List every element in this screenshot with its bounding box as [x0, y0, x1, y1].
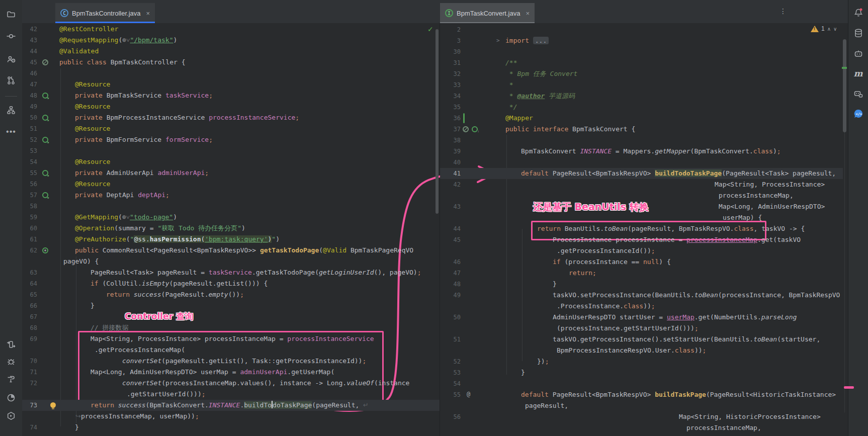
code-line: pageVO) {: [63, 256, 99, 267]
profiler-icon[interactable]: [7, 393, 16, 402]
inspections-ok-icon[interactable]: ✓: [427, 25, 433, 33]
code-line: return success(PageResult.empty());: [106, 289, 244, 300]
line-number: 43: [441, 201, 461, 212]
code-line: return success(BpmTaskConvert.INSTANCE.b…: [91, 400, 369, 411]
code-line: @GetMapping(⊕˅"todo-page"): [75, 212, 177, 223]
code-line: @Mapper: [505, 113, 533, 124]
code-line: }: [521, 367, 525, 378]
right-tool-stripe: m </>: [848, 0, 868, 436]
line-number: 73: [18, 400, 37, 411]
nobean-gutter-icon[interactable]: [42, 59, 48, 65]
code-line: @RequestMapping(⊕˅"/bpm/task"): [59, 35, 177, 46]
line-number: 50: [441, 312, 461, 323]
line-number: 69: [18, 333, 37, 344]
code-line: ↪processInstanceMap, userMap));: [75, 411, 199, 422]
code-line: }: [553, 279, 557, 290]
code-line: @Operation(summary = "获取 Todo 待办任务分页"): [75, 223, 245, 234]
implementations-gutter-icon[interactable]: [472, 126, 478, 132]
code-line: default PageResult<BpmTaskRespVO> buildT…: [521, 389, 836, 400]
line-number: 31: [441, 57, 461, 68]
no-run-gutter-icon[interactable]: [463, 126, 469, 132]
code-line: BpmProcessInstanceRespVO.User.class));: [557, 345, 706, 356]
maven-icon[interactable]: m: [854, 68, 863, 78]
line-number: 3: [441, 35, 461, 46]
line-number: 68: [18, 322, 37, 333]
line-number: 74: [18, 422, 37, 433]
bean-gutter-icon[interactable]: [42, 115, 48, 121]
bulb-gutter-icon[interactable]: [50, 402, 56, 408]
code-line: convertSet(processInstanceMap.values(), …: [122, 378, 409, 389]
code-chat-icon[interactable]: </>: [853, 109, 863, 119]
line-number: 63: [18, 267, 37, 278]
line-number: 43: [18, 35, 37, 46]
commit-icon[interactable]: [7, 32, 16, 41]
line-number: 30: [441, 46, 461, 57]
tab-bpmtaskconvert[interactable]: I BpmTaskConvert.java ×: [440, 3, 535, 23]
close-icon[interactable]: ×: [146, 10, 150, 17]
code-line: AdminUserRespDTO startUser = userMap.get…: [553, 312, 797, 323]
code-line: convertSet(pageResult.getList(), Task::g…: [122, 356, 366, 367]
more-tool-windows-icon[interactable]: •••: [6, 127, 16, 136]
line-number: 66: [18, 300, 37, 311]
database-icon[interactable]: [854, 29, 863, 38]
code-line: public CommonResult<PageResult<BpmTaskRe…: [75, 245, 413, 256]
interface-file-icon: I: [445, 9, 453, 17]
line-number: 64: [18, 278, 37, 289]
tab-bpmtaskcontroller[interactable]: C BpmTaskController.java ×: [55, 3, 155, 23]
code-line: Map<Long, AdminUserRespDTO> userMap = ad…: [91, 367, 334, 378]
line-number: 52: [441, 356, 461, 367]
vcs-change-marker: [463, 113, 465, 123]
fold-arrow-icon[interactable]: >: [496, 35, 500, 46]
ai-assistant-icon[interactable]: [853, 49, 863, 58]
mdot-gutter-icon[interactable]: [42, 247, 48, 253]
bean-gutter-icon[interactable]: [42, 192, 48, 198]
bean-gutter-icon[interactable]: [42, 170, 48, 176]
class-file-icon: C: [60, 9, 68, 17]
run-tool-icon[interactable]: [7, 340, 16, 349]
debug-icon[interactable]: [7, 357, 16, 366]
line-number: 45: [18, 57, 37, 68]
pull-requests-icon[interactable]: [7, 76, 16, 85]
notifications-icon[interactable]: [853, 8, 863, 18]
code-line: if (processInstance == null) {: [553, 256, 671, 268]
tab-title: BpmTaskController.java: [72, 10, 141, 17]
code-line: import ...: [505, 35, 549, 46]
play-icon[interactable]: [7, 411, 16, 420]
code-line: @Resource: [75, 123, 110, 134]
override-marker-icon[interactable]: @: [467, 391, 470, 398]
line-number: 51: [441, 334, 461, 345]
code-line: processInstanceMap,: [719, 190, 794, 201]
code-line: pageResult,: [525, 400, 568, 411]
scrollbar-track[interactable]: [844, 132, 845, 412]
toolbar-divider: [5, 96, 17, 97]
user-question-icon[interactable]: ?: [7, 55, 16, 64]
close-icon[interactable]: ×: [526, 10, 530, 17]
line-number: 67: [18, 311, 37, 322]
line-number: 44: [18, 46, 37, 57]
line-number: 49: [441, 290, 461, 301]
bean-gutter-icon[interactable]: [42, 93, 48, 99]
build-icon[interactable]: [7, 375, 16, 384]
line-number: 35: [441, 102, 461, 113]
code-line: // 拼接数据: [91, 322, 128, 333]
line-number: 72: [18, 378, 37, 389]
right-tab-overflow-icon[interactable]: ⋮: [779, 7, 787, 15]
project-icon[interactable]: [7, 10, 16, 19]
code-line: /**: [505, 57, 517, 68]
line-number: 46: [18, 68, 37, 79]
code-line: .getStartUserId()));: [127, 389, 206, 400]
line-number: 44: [441, 223, 461, 234]
structure-icon[interactable]: [7, 106, 16, 115]
code-line: return;: [569, 268, 596, 279]
line-number: 37: [441, 124, 461, 135]
inspections-widget[interactable]: 1 ∧ ∨: [811, 25, 837, 32]
bean-gutter-icon[interactable]: [42, 137, 48, 143]
prev-problem-icon[interactable]: ∧: [827, 26, 831, 32]
scrollbar-thumb[interactable]: [843, 39, 846, 132]
tab-title: BpmTaskConvert.java: [457, 10, 520, 17]
line-number: 70: [18, 356, 37, 367]
line-number: 34: [441, 91, 461, 102]
chat-robot-icon[interactable]: [853, 90, 863, 99]
next-problem-icon[interactable]: ∨: [833, 26, 837, 32]
scrollbar-thumb[interactable]: [436, 29, 439, 214]
